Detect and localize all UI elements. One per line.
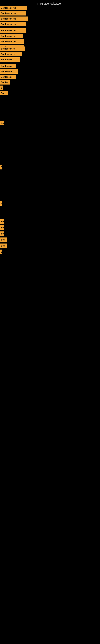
bar-item-15[interactable]: Bottler bbox=[0, 80, 10, 84]
bar-item-24[interactable]: Bott bbox=[0, 238, 7, 242]
bar-item-21[interactable]: Bo bbox=[0, 219, 4, 224]
bar-item-7[interactable]: Bottleneck res bbox=[0, 39, 24, 44]
bar-item-16[interactable]: B bbox=[0, 86, 3, 90]
bar-item-20[interactable]: B bbox=[0, 201, 2, 206]
bar-item-22[interactable]: Bo bbox=[0, 226, 4, 230]
bar-item-11[interactable]: Bottleneck r bbox=[0, 57, 20, 62]
bar-item-17[interactable]: Bott bbox=[0, 91, 8, 96]
bar-item-6[interactable]: Bottleneck re bbox=[0, 34, 23, 38]
bar-item-14[interactable]: Bottleneck bbox=[0, 75, 16, 79]
bar-item-19[interactable]: B bbox=[0, 165, 2, 170]
bar-item-4[interactable]: Bottleneck res bbox=[0, 22, 26, 26]
bar-item-12[interactable]: Bottleneck bbox=[0, 64, 16, 68]
bar-item-10[interactable]: Bottleneck re bbox=[0, 52, 22, 56]
bar-item-1[interactable]: Bottleneck res bbox=[0, 6, 27, 10]
bar-item-9[interactable]: Bottleneck re bbox=[0, 46, 25, 51]
bar-item-13[interactable]: Bottleneck r bbox=[0, 69, 18, 74]
bar-item-3[interactable]: Bottleneck res bbox=[0, 16, 28, 21]
bar-item-25[interactable]: Bott bbox=[0, 244, 7, 248]
bar-item-18[interactable]: Bo bbox=[0, 121, 4, 125]
bar-item-2[interactable]: Bottleneck res bbox=[0, 11, 26, 16]
bar-item-26[interactable]: B bbox=[0, 250, 2, 254]
bar-item-5[interactable]: Bottleneck res bbox=[0, 28, 26, 33]
bar-item-23[interactable]: Bo bbox=[0, 232, 4, 236]
